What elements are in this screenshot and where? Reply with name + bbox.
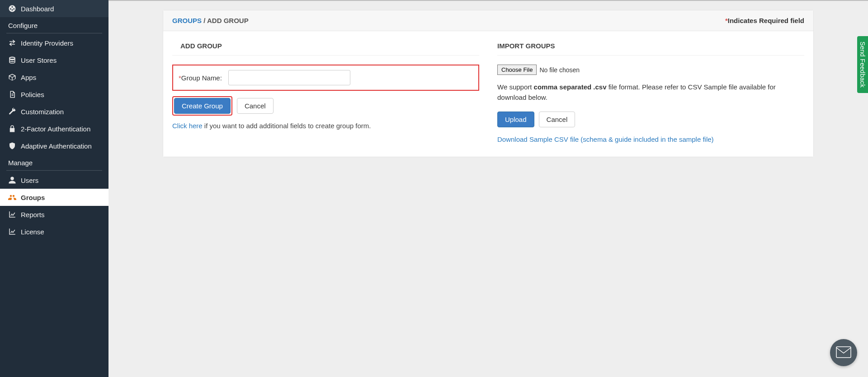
choose-file-button[interactable]: Choose File xyxy=(497,65,537,75)
group-name-label: *Group Name: xyxy=(179,74,222,82)
sidebar-item-users[interactable]: Users xyxy=(0,172,108,189)
sidebar-label: Policies xyxy=(21,91,44,98)
sidebar-item-groups[interactable]: Groups xyxy=(0,189,108,206)
sidebar-item-2fa[interactable]: 2-Factor Authentication xyxy=(0,120,108,137)
breadcrumb-current: ADD GROUP xyxy=(207,17,249,24)
sidebar-item-license[interactable]: License xyxy=(0,223,108,240)
chart-icon xyxy=(8,210,21,219)
click-here-link[interactable]: Click here xyxy=(172,122,203,130)
required-text: Indicates Required field xyxy=(728,17,804,24)
breadcrumb: GROUPS / ADD GROUP xyxy=(172,17,249,24)
send-feedback-tab[interactable]: Send Feedback xyxy=(857,36,868,93)
required-note: *Indicates Required field xyxy=(725,17,804,24)
sidebar-label: 2-Factor Authentication xyxy=(21,125,90,133)
panel-header: GROUPS / ADD GROUP *Indicates Required f… xyxy=(163,10,813,31)
sidebar-label: Apps xyxy=(21,74,36,81)
lock-icon xyxy=(8,125,21,133)
sidebar-label: Reports xyxy=(21,211,45,219)
create-group-highlight: Create Group xyxy=(172,96,232,116)
sidebar-item-user-stores[interactable]: User Stores xyxy=(0,51,108,69)
create-group-button[interactable]: Create Group xyxy=(174,98,231,114)
import-cancel-button[interactable]: Cancel xyxy=(539,112,576,127)
database-icon xyxy=(8,56,21,64)
sidebar-divider xyxy=(6,33,102,33)
document-icon xyxy=(8,90,21,98)
shield-icon xyxy=(8,142,21,150)
sidebar-section-manage: Manage xyxy=(0,154,108,169)
add-fields-hint: Click here if you want to add additional… xyxy=(172,122,479,130)
sidebar-item-adaptive-auth[interactable]: Adaptive Authentication xyxy=(0,137,108,154)
chart-icon xyxy=(8,228,21,236)
button-row: Create Group Cancel xyxy=(172,96,479,116)
sidebar-label: Customization xyxy=(21,108,64,116)
sidebar-label: Dashboard xyxy=(21,5,54,13)
sidebar-item-policies[interactable]: Policies xyxy=(0,86,108,103)
cancel-button[interactable]: Cancel xyxy=(237,98,274,114)
users-icon xyxy=(8,193,21,201)
sidebar-item-reports[interactable]: Reports xyxy=(0,206,108,223)
sidebar-label: License xyxy=(21,228,44,236)
mail-fab[interactable] xyxy=(830,339,857,366)
breadcrumb-groups-link[interactable]: GROUPS xyxy=(172,17,202,24)
panel: GROUPS / ADD GROUP *Indicates Required f… xyxy=(163,10,814,157)
breadcrumb-sep: / xyxy=(202,17,207,24)
dashboard-icon xyxy=(8,5,21,13)
import-title: IMPORT GROUPS xyxy=(497,42,804,56)
file-status: No file chosen xyxy=(539,66,580,74)
sidebar-item-apps[interactable]: Apps xyxy=(0,69,108,86)
sidebar-item-customization[interactable]: Customization xyxy=(0,103,108,120)
sidebar-label: Identity Providers xyxy=(21,39,73,47)
wrench-icon xyxy=(8,107,21,116)
sidebar-label: Groups xyxy=(21,194,45,201)
user-icon xyxy=(8,176,21,184)
sidebar-label: Adaptive Authentication xyxy=(21,142,92,150)
upload-button[interactable]: Upload xyxy=(497,112,534,127)
main-content: GROUPS / ADD GROUP *Indicates Required f… xyxy=(108,0,868,377)
file-input-row: Choose File No file chosen xyxy=(497,65,804,75)
group-name-highlight: *Group Name: xyxy=(172,65,479,91)
sidebar-item-dashboard[interactable]: Dashboard xyxy=(0,0,108,17)
import-button-row: Upload Cancel xyxy=(497,112,804,127)
support-text: We support comma separated .csv file for… xyxy=(497,82,804,102)
sidebar-label: Users xyxy=(21,177,38,184)
group-name-input[interactable] xyxy=(228,70,350,85)
sidebar: Dashboard Configure Identity Providers U… xyxy=(0,0,108,377)
add-group-column: ADD GROUP *Group Name: Create Group Canc… xyxy=(172,42,479,143)
sidebar-item-identity-providers[interactable]: Identity Providers xyxy=(0,34,108,51)
sidebar-divider xyxy=(6,170,102,171)
hint-text: if you want to add additional fields to … xyxy=(203,122,371,130)
import-groups-column: IMPORT GROUPS Choose File No file chosen… xyxy=(497,42,804,143)
sidebar-section-configure: Configure xyxy=(0,17,108,32)
sidebar-label: User Stores xyxy=(21,56,57,64)
mail-icon xyxy=(836,346,851,359)
svg-rect-0 xyxy=(836,347,851,358)
swap-icon xyxy=(8,39,21,47)
box-icon xyxy=(8,73,21,81)
group-name-row: *Group Name: xyxy=(179,70,473,85)
panel-body: ADD GROUP *Group Name: Create Group Canc… xyxy=(163,31,813,157)
download-sample-link[interactable]: Download Sample CSV file (schema & guide… xyxy=(497,135,714,143)
add-group-title: ADD GROUP xyxy=(172,42,479,56)
